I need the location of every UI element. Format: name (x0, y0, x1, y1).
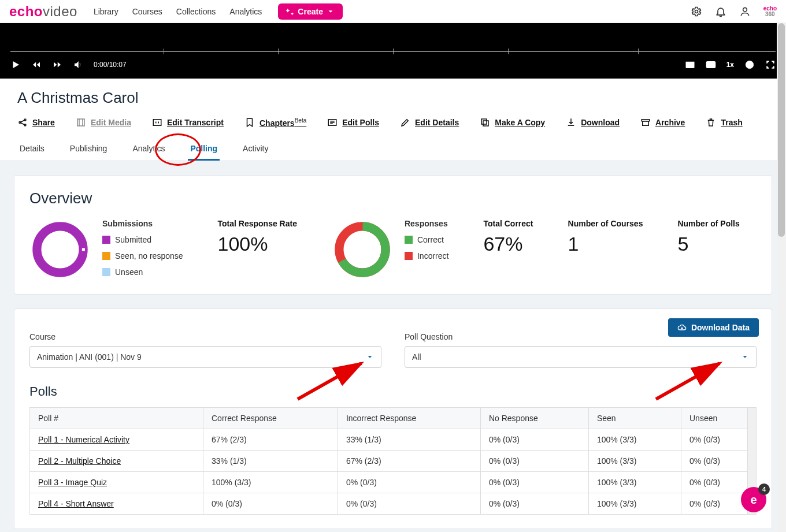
col-unseen[interactable]: Unseen (681, 408, 757, 429)
edit-transcript-action[interactable]: Edit Transcript (152, 117, 224, 128)
edit-details-action[interactable]: Edit Details (400, 117, 459, 128)
nav-collections[interactable]: Collections (176, 7, 216, 16)
total-correct-value: 67% (483, 233, 533, 255)
svg-point-18 (37, 226, 83, 273)
overview-title: Overview (29, 189, 757, 207)
course-label: Course (29, 332, 381, 341)
tab-activity[interactable]: Activity (240, 138, 270, 161)
copy-icon (480, 117, 490, 128)
table-row: Poll 2 - Multiple Choice33% (1/3)67% (2/… (30, 451, 757, 472)
chevron-down-icon (741, 353, 749, 361)
chapters-action[interactable]: ChaptersBeta (244, 117, 306, 128)
table-row: Poll 4 - Short Answer0% (0/3)0% (0/3)0% … (30, 493, 757, 515)
fullscreen-icon[interactable] (765, 59, 776, 70)
svg-rect-12 (153, 120, 161, 126)
time-display: 0:00/10:07 (94, 61, 127, 69)
svg-line-23 (656, 363, 720, 399)
nav-library[interactable]: Library (94, 7, 118, 16)
layout-icon[interactable] (685, 59, 695, 70)
col-poll[interactable]: Poll # (30, 408, 203, 429)
tab-publishing[interactable]: Publishing (68, 138, 110, 161)
num-courses-value: 1 (568, 233, 643, 255)
volume-icon[interactable] (73, 59, 83, 70)
tab-analytics[interactable]: Analytics (130, 138, 167, 161)
download-icon (566, 117, 576, 128)
svg-rect-14 (483, 121, 488, 126)
num-courses-title: Number of Courses (568, 219, 643, 228)
col-seen[interactable]: Seen (588, 408, 681, 429)
tab-polling[interactable]: Polling (188, 138, 220, 161)
trash-action[interactable]: Trash (706, 117, 742, 128)
poll-question-label: Poll Question (405, 332, 757, 341)
magic-icon (286, 8, 294, 16)
annotation-arrow-right (644, 359, 725, 405)
polls-table: Poll # Correct Response Incorrect Respon… (29, 407, 757, 515)
poll-link[interactable]: Poll 1 - Numerical Activity (38, 435, 129, 444)
nav-analytics[interactable]: Analytics (229, 7, 262, 16)
bookmark-icon (244, 117, 255, 128)
overview-card: Overview Submissions Submitted Seen, no … (14, 175, 772, 295)
responses-title: Responses (405, 219, 448, 228)
nav-courses[interactable]: Courses (132, 7, 162, 16)
response-rate-title: Total Response Rate (218, 219, 297, 228)
svg-point-8 (19, 122, 21, 124)
trash-icon (706, 117, 716, 128)
cloud-download-icon (677, 323, 687, 332)
svg-point-9 (24, 119, 26, 121)
brand-mini[interactable]: echo360 (763, 6, 777, 17)
chat-badge: 4 (758, 483, 770, 495)
svg-point-1 (743, 8, 747, 12)
num-polls-value: 5 (677, 233, 739, 255)
svg-line-22 (298, 363, 361, 399)
col-noresp[interactable]: No Response (480, 408, 588, 429)
table-row: Poll 1 - Numerical Activity67% (2/3)33% … (30, 429, 757, 451)
tab-details[interactable]: Details (17, 138, 47, 161)
pencil-icon (400, 117, 410, 128)
svg-point-0 (695, 10, 698, 13)
poll-link[interactable]: Poll 3 - Image Quiz (38, 478, 107, 487)
make-copy-action[interactable]: Make A Copy (480, 117, 545, 128)
col-incorrect[interactable]: Incorrect Response (338, 408, 480, 429)
quote-icon (152, 117, 162, 128)
table-row: Poll 3 - Image Quiz100% (3/3)0% (0/3)0% … (30, 472, 757, 493)
share-icon (17, 117, 28, 128)
bell-icon[interactable] (715, 6, 726, 17)
response-rate-value: 100% (218, 233, 297, 255)
edit-polls-action[interactable]: Edit Polls (327, 117, 379, 128)
list-icon (327, 117, 338, 128)
chat-bubble[interactable]: e 4 (741, 487, 766, 512)
play-icon[interactable] (10, 59, 21, 70)
download-action[interactable]: Download (566, 117, 620, 128)
forward-icon[interactable] (52, 59, 62, 70)
create-button[interactable]: Create (278, 3, 343, 20)
cc-icon[interactable]: CC (706, 59, 716, 70)
col-correct[interactable]: Correct Response (203, 408, 338, 429)
num-polls-title: Number of Polls (677, 219, 739, 228)
topbar: echovideo Library Courses Collections An… (0, 0, 786, 23)
svg-rect-11 (77, 119, 84, 126)
speed-label[interactable]: 1x (726, 61, 734, 69)
settings-icon[interactable] (744, 59, 755, 70)
film-icon (76, 117, 86, 128)
svg-rect-15 (481, 119, 487, 124)
progress-bar[interactable] (10, 51, 776, 52)
chevron-down-icon (327, 8, 335, 16)
page-scrollbar[interactable] (777, 23, 786, 532)
rewind-icon[interactable] (31, 59, 42, 70)
poll-link[interactable]: Poll 4 - Short Answer (38, 499, 114, 508)
user-icon[interactable] (739, 6, 751, 17)
edit-media-action[interactable]: Edit Media (76, 117, 131, 128)
submissions-title: Submissions (102, 219, 183, 228)
gear-icon[interactable] (691, 6, 702, 17)
archive-action[interactable]: Archive (640, 117, 685, 128)
svg-rect-17 (643, 121, 649, 126)
polls-card: Download Data Course Animation | ANI (00… (14, 308, 772, 529)
poll-link[interactable]: Poll 2 - Multiple Choice (38, 456, 121, 466)
logo[interactable]: echovideo (9, 3, 77, 20)
submissions-donut (29, 219, 91, 280)
svg-point-7 (746, 61, 754, 69)
video-player[interactable]: 0:00/10:07 CC 1x (0, 23, 786, 79)
annotation-arrow-left (286, 359, 367, 405)
share-action[interactable]: Share (17, 117, 55, 128)
total-correct-title: Total Correct (483, 219, 533, 228)
